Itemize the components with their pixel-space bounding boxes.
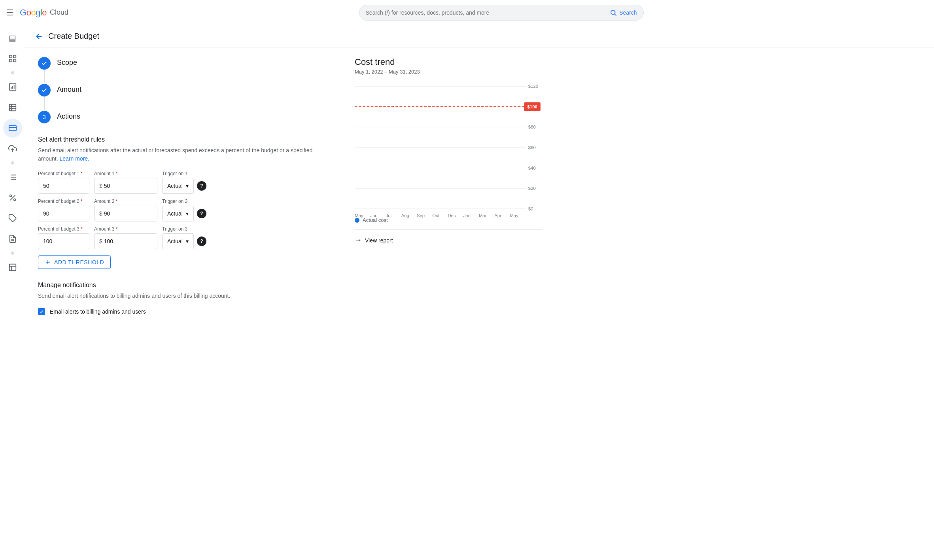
- trigger-label-1: Trigger on 1: [162, 171, 206, 176]
- trigger-select-2[interactable]: Actual ▾: [162, 206, 194, 221]
- cost-trend-date: May 1, 2022 – May 31, 2023: [355, 69, 543, 75]
- trigger-select-1[interactable]: Actual ▾: [162, 178, 194, 194]
- rail-icon-doc[interactable]: [3, 229, 22, 248]
- svg-text:$0: $0: [528, 206, 533, 211]
- step-line-1: [44, 70, 45, 83]
- view-report-button[interactable]: → View report: [355, 229, 543, 251]
- cost-trend-chart: $120 $100 $80 $60 $40 $20 $0: [355, 84, 543, 211]
- step-actions-connector: 3: [38, 111, 51, 123]
- threshold-row-1: Percent of budget 1 * % Amou: [38, 171, 329, 194]
- amount-input-wrap-3: $: [94, 233, 157, 249]
- trigger-row-2: Actual ▾ ?: [162, 206, 206, 221]
- step-amount-circle: [38, 84, 51, 96]
- svg-text:$20: $20: [528, 186, 536, 191]
- threshold-row-3: Percent of budget 3 * % Amou: [38, 226, 329, 249]
- svg-rect-29: [9, 264, 16, 271]
- back-button[interactable]: [35, 32, 43, 41]
- chevron-down-icon-1: ▾: [186, 183, 189, 189]
- svg-point-0: [611, 10, 615, 15]
- trigger-select-3[interactable]: Actual ▾: [162, 233, 194, 249]
- trigger-label-2: Trigger on 2: [162, 199, 206, 204]
- notifications-title: Manage notifications: [38, 282, 329, 289]
- logo[interactable]: Google Cloud: [20, 8, 68, 18]
- rail-dot-2: [11, 161, 14, 165]
- notifications-desc: Send email alert notifications to billin…: [38, 292, 329, 300]
- rail-icon-report2[interactable]: [3, 258, 22, 277]
- cloud-label: Cloud: [50, 8, 68, 17]
- legend-label-actual: Actual cost: [363, 217, 388, 223]
- svg-text:May: May: [355, 213, 363, 218]
- amount-field-group-1: Amount 1 * $: [94, 171, 157, 194]
- menu-button[interactable]: ☰: [6, 8, 13, 17]
- chevron-down-icon-2: ▾: [186, 210, 189, 217]
- percent-input-wrap-1: %: [38, 178, 89, 194]
- learn-more-link[interactable]: Learn more.: [59, 155, 89, 162]
- percent-field-group-1: Percent of budget 1 * %: [38, 171, 89, 194]
- step-line-2: [44, 97, 45, 110]
- rail-icon-upload[interactable]: [3, 139, 22, 158]
- svg-rect-3: [13, 55, 15, 58]
- step-scope: Scope: [38, 57, 329, 84]
- svg-text:Jul: Jul: [386, 213, 391, 218]
- arrow-right-icon: →: [355, 236, 362, 244]
- rail-dot-1: [11, 71, 14, 74]
- step-actions: 3 Actions: [38, 111, 329, 123]
- help-icon-3[interactable]: ?: [197, 236, 206, 246]
- svg-text:Sep: Sep: [417, 213, 425, 218]
- svg-text:$120: $120: [528, 84, 538, 89]
- svg-text:Mar: Mar: [479, 213, 487, 218]
- chart-legend: Actual cost: [355, 217, 543, 223]
- search-input[interactable]: [366, 9, 610, 16]
- svg-line-1: [615, 14, 616, 15]
- rail-icon-list[interactable]: [3, 168, 22, 187]
- section-desc: Send email alert notifications after the…: [38, 146, 329, 163]
- email-checkbox[interactable]: [38, 308, 45, 315]
- svg-rect-4: [9, 59, 11, 62]
- svg-point-24: [9, 195, 11, 197]
- section-title: Set alert threshold rules: [38, 136, 329, 143]
- email-checkbox-row: Email alerts to billing admins and users: [38, 308, 329, 315]
- svg-rect-2: [9, 55, 11, 58]
- help-icon-2[interactable]: ?: [197, 209, 206, 218]
- rail-dot-3: [11, 252, 14, 255]
- cost-trend-title: Cost trend: [355, 57, 543, 67]
- threshold-grid: Percent of budget 1 * % Amou: [38, 171, 329, 249]
- svg-line-23: [10, 195, 15, 201]
- svg-rect-14: [9, 126, 16, 131]
- svg-text:$80: $80: [528, 125, 536, 130]
- svg-text:$40: $40: [528, 166, 536, 170]
- step-amount-connector: [38, 84, 51, 111]
- email-checkbox-label: Email alerts to billing admins and users: [50, 308, 146, 315]
- steps: Scope Amount: [38, 57, 329, 123]
- add-threshold-button[interactable]: ADD THRESHOLD: [38, 255, 111, 269]
- left-content: Scope Amount: [25, 47, 342, 560]
- svg-text:Dec: Dec: [448, 213, 456, 218]
- percent-field-group-3: Percent of budget 3 * %: [38, 226, 89, 249]
- rail-icon-reports[interactable]: [3, 78, 22, 96]
- rail-icon-collapse[interactable]: ▤: [3, 28, 22, 47]
- page-title: Create Budget: [48, 32, 99, 41]
- percent-label-3: Percent of budget 3 *: [38, 226, 89, 232]
- legend-dot-actual: [355, 218, 359, 223]
- amount-field-group-3: Amount 3 * $: [94, 226, 157, 249]
- trigger-row-1: Actual ▾ ?: [162, 178, 206, 194]
- help-icon-1[interactable]: ?: [197, 181, 206, 191]
- amount-label-3: Amount 3 *: [94, 226, 157, 232]
- rail-icon-dashboard[interactable]: [3, 49, 22, 68]
- rail-icon-percent[interactable]: [3, 188, 22, 207]
- main-wrap: Create Budget: [25, 25, 934, 560]
- svg-text:May: May: [510, 213, 518, 218]
- search-button[interactable]: Search: [610, 9, 637, 16]
- step-amount-label: Amount: [57, 84, 81, 94]
- google-logo-text: Google: [20, 8, 47, 18]
- search-bar: Search: [359, 5, 644, 21]
- amount-label-2: Amount 2 *: [94, 199, 157, 204]
- rail-icon-table[interactable]: [3, 98, 22, 117]
- rail-icon-billing[interactable]: [3, 119, 22, 138]
- svg-rect-5: [13, 59, 15, 62]
- amount-input-wrap-1: $: [94, 178, 157, 194]
- rail-icon-tag[interactable]: [3, 209, 22, 228]
- step-scope-connector: [38, 57, 51, 84]
- step-actions-circle: 3: [38, 111, 51, 123]
- step-scope-circle: [38, 57, 51, 70]
